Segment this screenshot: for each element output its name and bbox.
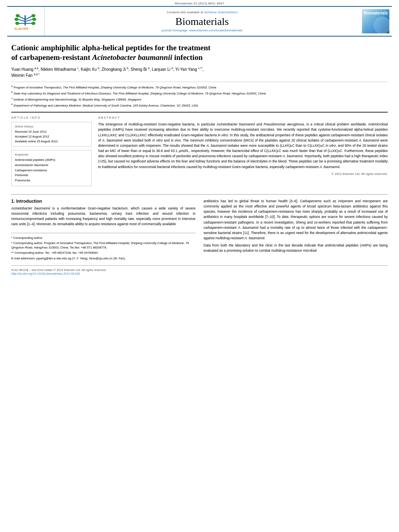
keyword-1: Antimicrobial peptides (AMPs) — [15, 158, 88, 163]
footnote-2: ** Corresponding author. Tel.: +65 68247… — [11, 251, 195, 255]
intro-paragraph-left: Acinetobacter baumannii is a nonfermenta… — [11, 206, 195, 227]
authors-line: Yuan Huang a,b, Nikken Wiradharma c, Kai… — [11, 66, 388, 79]
keywords-block: Keywords: Antimicrobial peptides (AMPs) … — [11, 150, 92, 186]
issn-line: 0142-9612/$ – see front matter © 2012 El… — [11, 268, 107, 272]
svg-point-9 — [14, 18, 19, 21]
keywords-list: Antimicrobial peptides (AMPs) Acinetobac… — [15, 158, 88, 183]
affiliations-block: a Program of Innovative Therapeutics, Th… — [11, 82, 388, 108]
body-section: 1. Introduction Acinetobacter baumannii … — [11, 194, 388, 261]
footnote-1: * Corresponding author. Program of Innov… — [11, 241, 195, 250]
article-title: Cationic amphiphilic alpha-helical pepti… — [11, 43, 388, 62]
intro-paragraph-right-1: antibiotics has led to global threat to … — [204, 199, 388, 254]
svg-text:ELSEVIER: ELSEVIER — [14, 27, 29, 30]
svg-point-10 — [15, 22, 19, 25]
page-wrapper: Biomaterials 33 (2012) 8841–8847 — [0, 0, 399, 275]
article-content: Cationic amphiphilic alpha-helical pepti… — [0, 37, 399, 261]
footnote-corresponding-label: * Corresponding author — [11, 236, 195, 240]
keyword-2: Acinetobacter baumannii — [15, 163, 88, 168]
svg-point-13 — [31, 22, 35, 25]
svg-rect-1 — [25, 15, 26, 25]
bottom-bar: 0142-9612/$ – see front matter © 2012 El… — [11, 265, 388, 275]
journal-logo-area: Biomaterials — [360, 7, 392, 36]
article-history-block: Article history: Received 15 June 2012 A… — [11, 122, 92, 147]
footnote-email: E-mail addresses: yyyang@ibn.a-star.edu.… — [11, 256, 195, 261]
abstract-column: ABSTRACT The emergence of multidrug-resi… — [98, 116, 388, 186]
copyright-line: © 2012 Elsevier Ltd. All rights reserved… — [98, 172, 388, 176]
body-col-left: 1. Introduction Acinetobacter baumannii … — [11, 199, 195, 261]
affiliation-c: c Institute of Bioengineering and Nanote… — [11, 97, 388, 102]
svg-point-12 — [32, 18, 36, 21]
elsevier-logo-area: ELSEVIER — [7, 7, 45, 36]
journal-homepage: journal homepage: www.elsevier.com/locat… — [162, 29, 243, 32]
history-label: Article history: — [15, 125, 88, 128]
footnotes-area: * Corresponding author * Corresponding a… — [11, 233, 195, 261]
keywords-label: Keywords: — [15, 153, 88, 156]
abstract-text: The emergence of multidrug-resistant Gra… — [98, 122, 388, 170]
article-info-header: ARTICLE INFO — [11, 116, 92, 119]
svg-point-11 — [31, 14, 35, 17]
affiliation-d: d Department of Pathology and Laboratory… — [11, 103, 388, 108]
journal-logo-box: Biomaterials — [362, 9, 389, 33]
keyword-5: Pneumonia — [15, 178, 88, 183]
abstract-header: ABSTRACT — [98, 116, 388, 119]
keyword-3: Carbapenem-resistance — [15, 168, 88, 173]
received-date: Received 15 June 2012 Accepted 12 August… — [15, 129, 88, 144]
svg-point-8 — [16, 14, 20, 17]
top-citation-bar: Biomaterials 33 (2012) 8841–8847 — [0, 0, 399, 6]
introduction-title: 1. Introduction — [11, 199, 195, 203]
body-col-right: antibiotics has led to global threat to … — [204, 199, 388, 261]
journal-logo-text: Biomaterials — [364, 11, 388, 15]
sciverse-link[interactable]: SciVerse ScienceDirect — [204, 10, 237, 14]
article-info-abstract-section: ARTICLE INFO Article history: Received 1… — [11, 112, 388, 186]
affiliation-a: a Program of Innovative Therapeutics, Th… — [11, 84, 388, 90]
sciverse-line: Contents lists available at SciVerse Sci… — [167, 10, 237, 14]
doi-link[interactable]: http://dx.doi.org/10.1016/j.biomaterials… — [11, 272, 80, 275]
affiliation-b: b State Key Laboratory for Diagnosis and… — [11, 90, 388, 96]
citation-text: Biomaterials 33 (2012) 8841–8847 — [175, 2, 224, 5]
journal-header: ELSEVIER Contents lists available at Sci… — [7, 6, 392, 37]
elsevier-logo-icon: ELSEVIER — [11, 11, 40, 31]
journal-header-center: Contents lists available at SciVerse Sci… — [45, 7, 360, 36]
article-info-column: ARTICLE INFO Article history: Received 1… — [11, 116, 92, 186]
keyword-4: Peritonitis — [15, 173, 88, 178]
journal-name: Biomaterials — [175, 16, 229, 28]
